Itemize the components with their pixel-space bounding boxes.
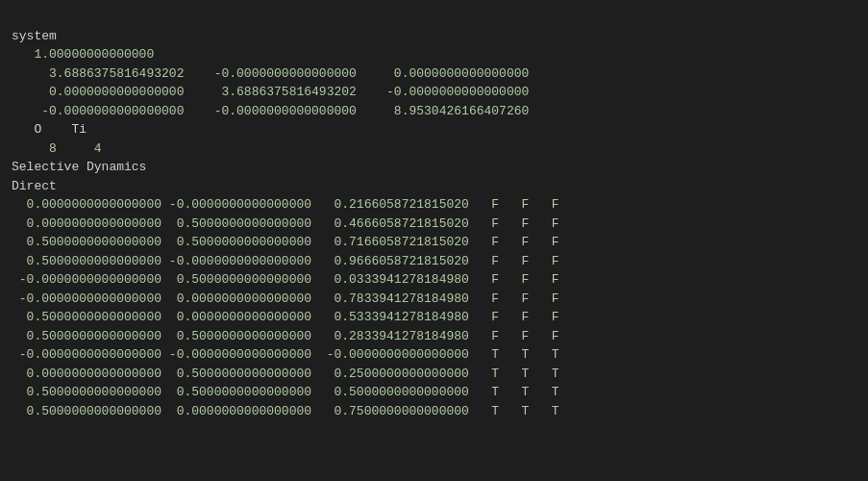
code-line: -0.0000000000000000 0.5000000000000000 0…	[12, 270, 856, 290]
code-line: 3.6886375816493202 -0.0000000000000000 0…	[12, 64, 856, 84]
code-line: Selective Dynamics	[12, 158, 856, 177]
code-display: system 1.00000000000000 3.68863758164932…	[12, 8, 856, 420]
code-line: 0.0000000000000000 -0.0000000000000000 0…	[12, 195, 856, 215]
code-line: 0.5000000000000000 -0.0000000000000000 0…	[12, 252, 856, 271]
code-line: O Ti	[12, 120, 856, 139]
code-line: -0.0000000000000000 -0.0000000000000000 …	[12, 345, 856, 365]
code-line: -0.0000000000000000 -0.0000000000000000 …	[12, 102, 856, 121]
code-line: 0.5000000000000000 0.5000000000000000 0.…	[12, 233, 856, 252]
code-line: 8 4	[12, 139, 856, 159]
code-line: 0.5000000000000000 0.0000000000000000 0.…	[12, 308, 856, 327]
code-line: 0.5000000000000000 0.5000000000000000 0.…	[12, 383, 856, 402]
code-line: 0.0000000000000000 0.5000000000000000 0.…	[12, 215, 856, 234]
code-line: Direct	[12, 177, 856, 196]
code-line: 0.5000000000000000 0.0000000000000000 0.…	[12, 402, 856, 421]
code-line: 0.0000000000000000 0.5000000000000000 0.…	[12, 365, 856, 384]
code-line: 1.00000000000000	[12, 45, 856, 64]
code-line: -0.0000000000000000 0.0000000000000000 0…	[12, 290, 856, 309]
code-line: system	[12, 27, 856, 46]
code-line: 0.0000000000000000 3.6886375816493202 -0…	[12, 83, 856, 102]
code-line: 0.5000000000000000 0.5000000000000000 0.…	[12, 327, 856, 346]
